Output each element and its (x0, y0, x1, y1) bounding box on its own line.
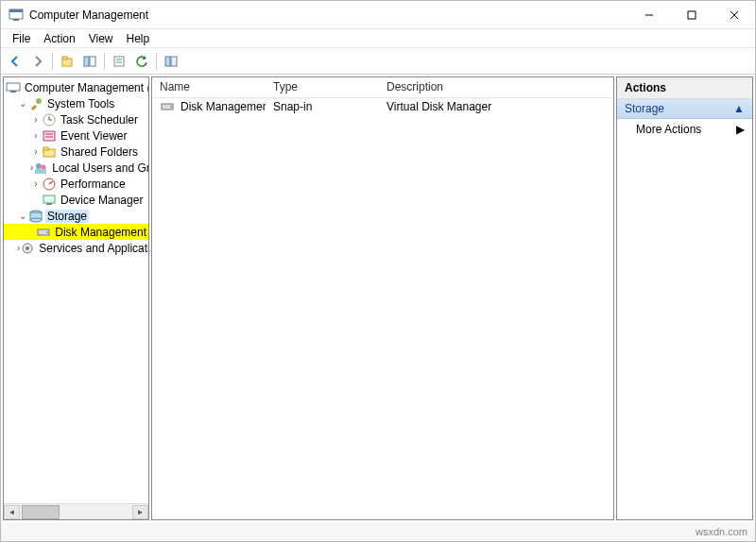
services-icon (20, 241, 35, 256)
help-button[interactable] (161, 51, 181, 72)
tree-pane: Computer Management (Local ⌄ System Tool… (3, 76, 149, 520)
tree-services-apps[interactable]: › Services and Applications (4, 240, 148, 256)
window-title: Computer Management (29, 8, 148, 22)
minimize-button[interactable] (627, 1, 670, 28)
svg-rect-4 (688, 11, 696, 19)
chevron-down-icon[interactable]: ⌄ (17, 98, 28, 109)
forward-button[interactable] (27, 51, 48, 72)
tree-task-scheduler[interactable]: › Task Scheduler (4, 111, 148, 127)
chevron-right-icon[interactable]: › (30, 178, 42, 189)
show-hide-tree-button[interactable] (79, 51, 100, 72)
svg-rect-8 (62, 57, 67, 59)
menu-file[interactable]: File (7, 30, 36, 47)
svg-rect-1 (9, 9, 23, 12)
scroll-right-button[interactable]: ► (132, 505, 148, 519)
actions-more[interactable]: More Actions ▶ (617, 119, 752, 140)
chevron-right-icon[interactable]: › (30, 130, 42, 141)
horizontal-scrollbar[interactable]: ◄ ► (4, 503, 148, 519)
chevron-right-icon[interactable]: › (30, 146, 42, 157)
tree-event-viewer[interactable]: › Event Viewer (4, 127, 148, 144)
svg-rect-16 (7, 83, 20, 91)
performance-icon (42, 177, 57, 192)
svg-point-18 (36, 98, 42, 104)
cell-name: Disk Management(Lo... (152, 99, 266, 114)
scroll-left-button[interactable]: ◄ (4, 505, 20, 519)
svg-point-36 (30, 218, 42, 222)
close-button[interactable] (713, 1, 755, 28)
actions-section-storage[interactable]: Storage ▲ (617, 99, 752, 119)
svg-rect-10 (90, 57, 95, 66)
svg-rect-26 (43, 147, 48, 150)
list-row[interactable]: Disk Management(Lo... Snap-in Virtual Di… (152, 98, 613, 115)
col-name[interactable]: Name (152, 77, 266, 97)
chevron-right-icon[interactable]: › (30, 114, 42, 125)
computer-management-window: Computer Management File Action View Hel… (0, 0, 756, 542)
title-bar: Computer Management (1, 1, 755, 29)
scroll-thumb[interactable] (22, 505, 60, 519)
chevron-right-icon: ▶ (736, 123, 745, 136)
cell-description: Virtual Disk Manager (379, 100, 596, 113)
refresh-button[interactable] (131, 51, 152, 72)
tree-local-users[interactable]: › Local Users and Groups (4, 160, 148, 176)
event-icon (42, 128, 57, 144)
disk-icon (36, 225, 51, 240)
storage-icon (28, 209, 43, 224)
window-controls (627, 1, 755, 28)
svg-rect-15 (171, 57, 177, 66)
clock-icon (42, 112, 57, 127)
footer: wsxdn.com (1, 522, 755, 541)
menu-bar: File Action View Help (1, 29, 755, 48)
list-pane: Name Type Description Disk Management(Lo… (151, 76, 614, 520)
chevron-down-icon[interactable]: ⌄ (17, 211, 28, 221)
tree-root[interactable]: Computer Management (Local (4, 79, 148, 95)
svg-rect-32 (43, 195, 55, 203)
svg-rect-14 (165, 57, 170, 66)
tools-icon (28, 96, 43, 111)
maximize-button[interactable] (670, 1, 713, 28)
tree-system-tools[interactable]: ⌄ System Tools (4, 95, 148, 111)
tree-disk-management[interactable]: Disk Management (4, 224, 148, 240)
disk-icon (160, 99, 175, 114)
cell-type: Snap-in (266, 100, 379, 113)
svg-rect-29 (35, 169, 46, 174)
properties-button[interactable] (109, 51, 129, 72)
svg-point-28 (42, 164, 46, 169)
menu-action[interactable]: Action (38, 30, 80, 47)
svg-rect-22 (43, 131, 55, 141)
list-header: Name Type Description (152, 77, 613, 98)
menu-help[interactable]: Help (121, 30, 156, 47)
tree-device-manager[interactable]: Device Manager (4, 192, 148, 208)
up-button[interactable] (57, 51, 77, 72)
svg-rect-33 (46, 203, 52, 205)
actions-pane: Actions Storage ▲ More Actions ▶ (616, 76, 753, 520)
actions-title: Actions (617, 77, 752, 99)
list-body[interactable]: Disk Management(Lo... Snap-in Virtual Di… (152, 98, 613, 519)
toolbar (1, 48, 755, 75)
col-type[interactable]: Type (266, 77, 379, 97)
app-icon (9, 8, 24, 23)
device-icon (42, 193, 57, 208)
svg-rect-17 (10, 91, 16, 93)
watermark: wsxdn.com (696, 526, 747, 537)
svg-point-27 (36, 163, 42, 169)
svg-rect-11 (114, 57, 124, 66)
svg-rect-2 (13, 19, 19, 21)
menu-view[interactable]: View (83, 30, 119, 47)
svg-point-40 (26, 246, 29, 250)
tree-storage[interactable]: ⌄ Storage (4, 208, 148, 224)
svg-point-42 (170, 106, 172, 108)
users-icon (33, 161, 48, 176)
computer-icon (6, 80, 21, 95)
col-description[interactable]: Description (379, 77, 596, 97)
tree-shared-folders[interactable]: › Shared Folders (4, 144, 148, 160)
tree-performance[interactable]: › Performance (4, 176, 148, 192)
folder-share-icon (42, 144, 57, 160)
console-tree[interactable]: Computer Management (Local ⌄ System Tool… (4, 77, 148, 503)
content-area: Computer Management (Local ⌄ System Tool… (1, 75, 755, 522)
back-button[interactable] (5, 51, 26, 72)
svg-point-38 (46, 231, 48, 233)
svg-rect-9 (84, 57, 89, 66)
collapse-icon: ▲ (733, 102, 745, 115)
